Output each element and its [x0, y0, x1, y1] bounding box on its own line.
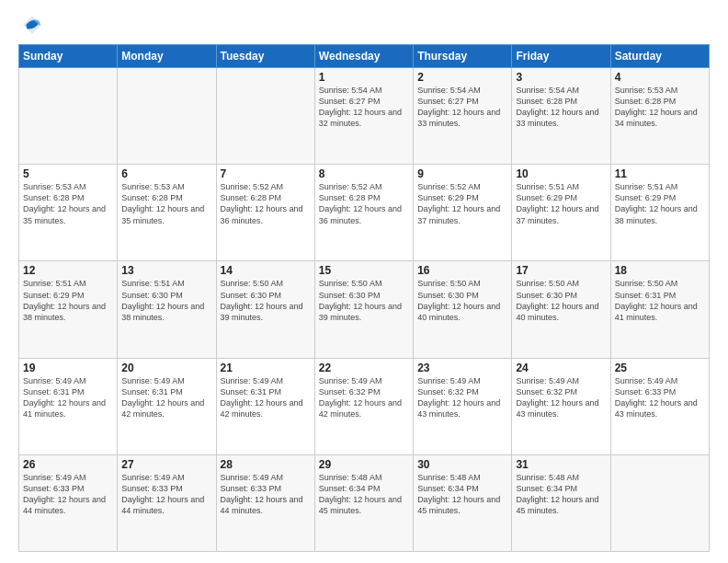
- day-number: 19: [23, 362, 113, 374]
- calendar-cell: 14Sunrise: 5:50 AMSunset: 6:30 PMDayligh…: [216, 261, 314, 358]
- day-info: Sunrise: 5:51 AMSunset: 6:29 PMDaylight:…: [516, 181, 606, 226]
- calendar-table: SundayMondayTuesdayWednesdayThursdayFrid…: [18, 44, 710, 552]
- day-info: Sunrise: 5:49 AMSunset: 6:33 PMDaylight:…: [221, 472, 311, 517]
- day-number: 10: [516, 167, 606, 180]
- day-info: Sunrise: 5:49 AMSunset: 6:33 PMDaylight:…: [615, 375, 705, 420]
- calendar-cell: [118, 68, 216, 165]
- day-info: Sunrise: 5:48 AMSunset: 6:34 PMDaylight:…: [516, 472, 606, 517]
- day-number: 7: [221, 167, 311, 180]
- day-info: Sunrise: 5:49 AMSunset: 6:31 PMDaylight:…: [121, 375, 211, 420]
- header: [18, 15, 710, 35]
- calendar-cell: 17Sunrise: 5:50 AMSunset: 6:30 PMDayligh…: [512, 261, 610, 358]
- day-info: Sunrise: 5:49 AMSunset: 6:33 PMDaylight:…: [121, 472, 211, 517]
- day-number: 9: [417, 167, 507, 180]
- calendar-cell: 29Sunrise: 5:48 AMSunset: 6:34 PMDayligh…: [314, 454, 413, 551]
- calendar-cell: 30Sunrise: 5:48 AMSunset: 6:34 PMDayligh…: [414, 454, 512, 551]
- day-info: Sunrise: 5:50 AMSunset: 6:31 PMDaylight:…: [615, 278, 705, 323]
- day-number: 21: [221, 362, 311, 374]
- calendar-cell: 9Sunrise: 5:52 AMSunset: 6:29 PMDaylight…: [414, 165, 512, 261]
- weekday-wednesday: Wednesday: [314, 45, 413, 68]
- weekday-monday: Monday: [118, 45, 216, 68]
- day-number: 11: [615, 167, 705, 180]
- calendar-cell: 15Sunrise: 5:50 AMSunset: 6:30 PMDayligh…: [314, 261, 413, 358]
- calendar-cell: 21Sunrise: 5:49 AMSunset: 6:31 PMDayligh…: [216, 358, 314, 454]
- day-info: Sunrise: 5:49 AMSunset: 6:32 PMDaylight:…: [516, 375, 606, 420]
- day-number: 1: [319, 71, 409, 84]
- calendar-cell: [216, 68, 314, 165]
- calendar-header: SundayMondayTuesdayWednesdayThursdayFrid…: [19, 45, 710, 68]
- calendar-week-3: 12Sunrise: 5:51 AMSunset: 6:29 PMDayligh…: [19, 261, 710, 358]
- calendar-cell: 5Sunrise: 5:53 AMSunset: 6:28 PMDaylight…: [19, 165, 118, 261]
- day-info: Sunrise: 5:51 AMSunset: 6:29 PMDaylight:…: [23, 278, 113, 323]
- day-number: 3: [516, 71, 606, 84]
- day-number: 26: [23, 458, 113, 471]
- day-number: 20: [121, 362, 211, 374]
- calendar-cell: 19Sunrise: 5:49 AMSunset: 6:31 PMDayligh…: [19, 358, 118, 454]
- calendar-cell: 31Sunrise: 5:48 AMSunset: 6:34 PMDayligh…: [512, 454, 610, 551]
- day-info: Sunrise: 5:49 AMSunset: 6:33 PMDaylight:…: [23, 472, 113, 517]
- calendar-body: 1Sunrise: 5:54 AMSunset: 6:27 PMDaylight…: [19, 68, 710, 552]
- day-number: 22: [319, 362, 409, 374]
- day-info: Sunrise: 5:50 AMSunset: 6:30 PMDaylight:…: [319, 278, 409, 323]
- day-info: Sunrise: 5:54 AMSunset: 6:27 PMDaylight:…: [417, 85, 507, 130]
- calendar-week-2: 5Sunrise: 5:53 AMSunset: 6:28 PMDaylight…: [19, 165, 710, 261]
- day-number: 8: [319, 167, 409, 180]
- weekday-thursday: Thursday: [414, 45, 512, 68]
- day-info: Sunrise: 5:49 AMSunset: 6:32 PMDaylight:…: [417, 375, 507, 420]
- day-info: Sunrise: 5:49 AMSunset: 6:31 PMDaylight:…: [221, 375, 311, 420]
- calendar-cell: 10Sunrise: 5:51 AMSunset: 6:29 PMDayligh…: [512, 165, 610, 261]
- day-number: 23: [417, 362, 507, 374]
- day-number: 12: [23, 264, 113, 277]
- day-number: 25: [615, 362, 705, 374]
- day-info: Sunrise: 5:52 AMSunset: 6:28 PMDaylight:…: [319, 181, 409, 226]
- weekday-sunday: Sunday: [19, 45, 118, 68]
- calendar-cell: 27Sunrise: 5:49 AMSunset: 6:33 PMDayligh…: [118, 454, 216, 551]
- day-number: 31: [516, 458, 606, 471]
- day-info: Sunrise: 5:53 AMSunset: 6:28 PMDaylight:…: [23, 181, 113, 226]
- day-info: Sunrise: 5:48 AMSunset: 6:34 PMDaylight:…: [417, 472, 507, 517]
- calendar-cell: [19, 68, 118, 165]
- day-number: 29: [319, 458, 409, 471]
- logo: [18, 15, 42, 35]
- calendar-cell: 12Sunrise: 5:51 AMSunset: 6:29 PMDayligh…: [19, 261, 118, 358]
- calendar-cell: 13Sunrise: 5:51 AMSunset: 6:30 PMDayligh…: [118, 261, 216, 358]
- day-number: 17: [516, 264, 606, 277]
- day-number: 14: [221, 264, 311, 277]
- day-info: Sunrise: 5:51 AMSunset: 6:30 PMDaylight:…: [121, 278, 211, 323]
- day-number: 27: [121, 458, 211, 471]
- calendar-cell: 20Sunrise: 5:49 AMSunset: 6:31 PMDayligh…: [118, 358, 216, 454]
- calendar-cell: 3Sunrise: 5:54 AMSunset: 6:28 PMDaylight…: [512, 68, 610, 165]
- day-number: 6: [121, 167, 211, 180]
- calendar-cell: 6Sunrise: 5:53 AMSunset: 6:28 PMDaylight…: [118, 165, 216, 261]
- weekday-tuesday: Tuesday: [216, 45, 314, 68]
- calendar-week-4: 19Sunrise: 5:49 AMSunset: 6:31 PMDayligh…: [19, 358, 710, 454]
- day-info: Sunrise: 5:50 AMSunset: 6:30 PMDaylight:…: [221, 278, 311, 323]
- day-info: Sunrise: 5:48 AMSunset: 6:34 PMDaylight:…: [319, 472, 409, 517]
- calendar-cell: 4Sunrise: 5:53 AMSunset: 6:28 PMDaylight…: [610, 68, 709, 165]
- calendar-cell: 7Sunrise: 5:52 AMSunset: 6:28 PMDaylight…: [216, 165, 314, 261]
- day-info: Sunrise: 5:54 AMSunset: 6:28 PMDaylight:…: [516, 85, 606, 130]
- day-number: 16: [417, 264, 507, 277]
- day-number: 18: [615, 264, 705, 277]
- calendar-cell: 26Sunrise: 5:49 AMSunset: 6:33 PMDayligh…: [19, 454, 118, 551]
- day-info: Sunrise: 5:53 AMSunset: 6:28 PMDaylight:…: [615, 85, 705, 130]
- calendar-cell: 28Sunrise: 5:49 AMSunset: 6:33 PMDayligh…: [216, 454, 314, 551]
- calendar-cell: 18Sunrise: 5:50 AMSunset: 6:31 PMDayligh…: [610, 261, 709, 358]
- day-number: 2: [417, 71, 507, 84]
- day-info: Sunrise: 5:49 AMSunset: 6:31 PMDaylight:…: [23, 375, 113, 420]
- day-number: 4: [615, 71, 705, 84]
- day-info: Sunrise: 5:51 AMSunset: 6:29 PMDaylight:…: [615, 181, 705, 226]
- day-info: Sunrise: 5:50 AMSunset: 6:30 PMDaylight:…: [516, 278, 606, 323]
- day-info: Sunrise: 5:50 AMSunset: 6:30 PMDaylight:…: [417, 278, 507, 323]
- calendar-cell: 8Sunrise: 5:52 AMSunset: 6:28 PMDaylight…: [314, 165, 413, 261]
- weekday-friday: Friday: [512, 45, 610, 68]
- day-info: Sunrise: 5:49 AMSunset: 6:32 PMDaylight:…: [319, 375, 409, 420]
- day-number: 30: [417, 458, 507, 471]
- calendar-cell: 25Sunrise: 5:49 AMSunset: 6:33 PMDayligh…: [610, 358, 709, 454]
- day-number: 24: [516, 362, 606, 374]
- calendar-cell: 24Sunrise: 5:49 AMSunset: 6:32 PMDayligh…: [512, 358, 610, 454]
- weekday-header-row: SundayMondayTuesdayWednesdayThursdayFrid…: [19, 45, 710, 68]
- weekday-saturday: Saturday: [610, 45, 709, 68]
- calendar-cell: [610, 454, 709, 551]
- calendar-cell: 23Sunrise: 5:49 AMSunset: 6:32 PMDayligh…: [414, 358, 512, 454]
